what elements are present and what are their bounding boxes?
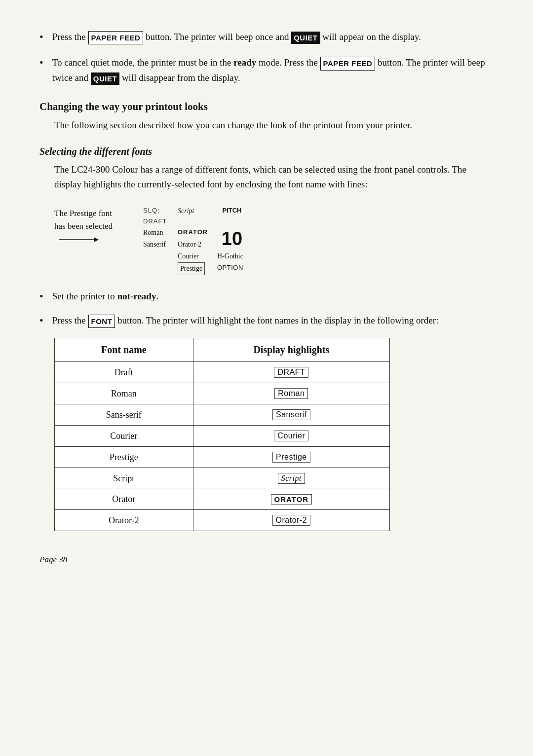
page-number: Page 38 <box>39 555 494 565</box>
font-display-area: The Prestige font has been selected SLQ;… <box>54 205 494 275</box>
panel-cell-slq-draft: SLQ; DRAFT <box>143 205 178 227</box>
font-table: Font name Display highlights DraftDRAFTR… <box>54 338 390 531</box>
panel-cell-roman: Roman <box>143 227 178 239</box>
bullet-text-4: Press the FONT button. The printer will … <box>52 313 439 328</box>
table-header-fontname: Font name <box>55 338 193 362</box>
table-header-display: Display highlights <box>193 338 389 362</box>
table-row: Sans-serifSanserif <box>55 404 390 426</box>
font-label-line2: has been selected <box>54 221 113 231</box>
bullet-text-1: Press the PAPER FEED button. The printer… <box>52 30 421 44</box>
subsection-body: The LC24-300 Colour has a range of diffe… <box>54 162 494 191</box>
table-cell-display-5: Script <box>193 468 389 489</box>
bullet-item-2: • To cancel quiet mode, the printer must… <box>39 55 494 85</box>
not-ready-text: not-ready <box>117 291 156 301</box>
section-body: The following section described how you … <box>54 118 494 132</box>
table-cell-font-1: Roman <box>55 383 193 404</box>
panel-cell-orator2: Orator-2 <box>178 239 217 251</box>
table-row: DraftDRAFT <box>55 362 390 383</box>
table-cell-display-0: DRAFT <box>193 362 389 383</box>
ready-text: ready <box>233 57 256 68</box>
panel-cell-pitch-label: PITCH <box>217 205 247 227</box>
font-label-line1: The Prestige font <box>54 209 112 218</box>
table-cell-font-5: Script <box>55 468 193 489</box>
quiet-button-2: QUIET <box>91 72 119 85</box>
table-cell-display-2: Sanserif <box>193 404 389 426</box>
table-cell-display-4: Prestige <box>193 447 389 468</box>
panel-cell-script: Script <box>178 205 217 227</box>
panel-cell-courier: Courier <box>178 251 217 262</box>
bullet-item-1: • Press the PAPER FEED button. The print… <box>39 30 494 44</box>
table-cell-display-6: ORATOR <box>193 489 389 510</box>
bullet-dot-4: • <box>39 314 43 327</box>
svg-marker-1 <box>94 237 99 242</box>
table-cell-font-0: Draft <box>55 362 193 383</box>
font-panel-grid: SLQ; DRAFT Script PITCH Roman ORATOR 10 … <box>143 205 247 275</box>
table-row: CourierCourier <box>55 426 390 447</box>
bullet-item-3: • Set the printer to not-ready. <box>39 289 494 303</box>
panel-cell-orator: ORATOR <box>178 227 217 239</box>
bullet-dot-2: • <box>39 56 43 69</box>
section-heading: Changing the way your printout looks <box>39 101 494 113</box>
table-row: OratorORATOR <box>55 489 390 510</box>
bullet-dot-1: • <box>39 31 43 43</box>
paper-feed-button-1: PAPER FEED <box>88 31 144 44</box>
bullet-dot-3: • <box>39 290 43 303</box>
table-cell-font-2: Sans-serif <box>55 404 193 426</box>
subsection-heading: Selecting the different fonts <box>39 146 494 157</box>
table-cell-font-6: Orator <box>55 489 193 510</box>
table-row: RomanRoman <box>55 383 390 404</box>
panel-cell-hgothic: H-Gothic <box>217 251 247 262</box>
table-row: PrestigePrestige <box>55 447 390 468</box>
panel-cell-pitch-num: 10 <box>217 227 247 251</box>
table-cell-display-3: Courier <box>193 426 389 447</box>
arrow-icon <box>59 235 99 244</box>
font-button: FONT <box>88 315 115 328</box>
table-cell-font-4: Prestige <box>55 447 193 468</box>
bullet-item-4: • Press the FONT button. The printer wil… <box>39 313 494 328</box>
table-cell-display-1: Roman <box>193 383 389 404</box>
table-cell-font-7: Orator-2 <box>55 510 193 531</box>
bullet-text-3: Set the printer to not-ready. <box>52 289 158 303</box>
panel-cell-prestige-boxed: Prestige <box>178 262 205 275</box>
panel-cell-option: OPTION <box>217 262 247 275</box>
bullet-text-2: To cancel quiet mode, the printer must b… <box>52 55 494 85</box>
bullet-section-top: • Press the PAPER FEED button. The print… <box>39 30 494 85</box>
paper-feed-button-2: PAPER FEED <box>320 57 376 70</box>
table-row: Orator-2Orator-2 <box>55 510 390 531</box>
table-cell-font-3: Courier <box>55 426 193 447</box>
table-row: ScriptScript <box>55 468 390 489</box>
font-label: The Prestige font has been selected <box>54 205 123 244</box>
panel-cell-sanserif: Sanserif <box>143 239 178 251</box>
quiet-button-1: QUIET <box>291 32 320 44</box>
table-cell-display-7: Orator-2 <box>193 510 389 531</box>
font-panel-wrapper: SLQ; DRAFT Script PITCH Roman ORATOR 10 … <box>143 205 247 275</box>
